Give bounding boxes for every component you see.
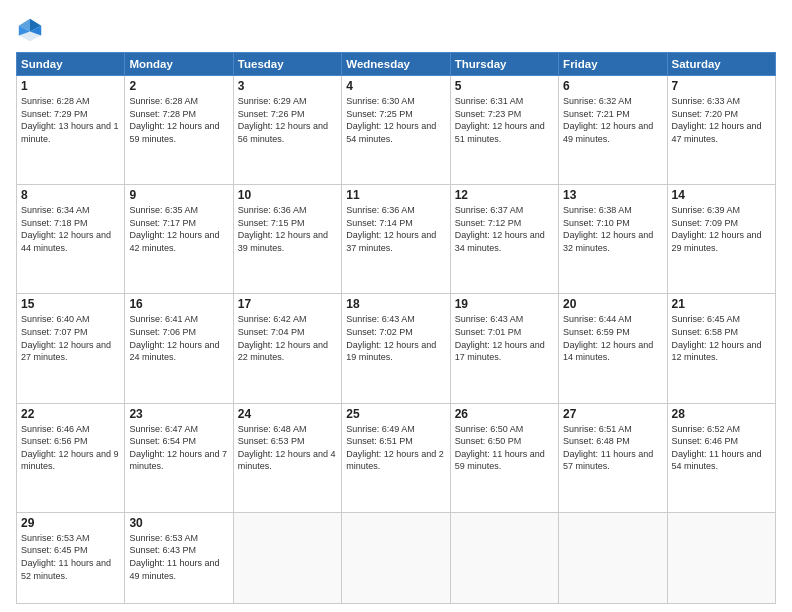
day-cell-21: 21 Sunrise: 6:45 AMSunset: 6:58 PMDaylig… — [667, 294, 775, 403]
day-info: Sunrise: 6:39 AMSunset: 7:09 PMDaylight:… — [672, 205, 762, 253]
day-cell-1: 1 Sunrise: 6:28 AMSunset: 7:29 PMDayligh… — [17, 76, 125, 185]
header-wednesday: Wednesday — [342, 53, 450, 76]
day-cell-3: 3 Sunrise: 6:29 AMSunset: 7:26 PMDayligh… — [233, 76, 341, 185]
day-info: Sunrise: 6:49 AMSunset: 6:51 PMDaylight:… — [346, 424, 444, 472]
empty-cell — [450, 512, 558, 603]
day-number: 19 — [455, 297, 554, 311]
day-cell-13: 13 Sunrise: 6:38 AMSunset: 7:10 PMDaylig… — [559, 185, 667, 294]
day-number: 3 — [238, 79, 337, 93]
day-info: Sunrise: 6:29 AMSunset: 7:26 PMDaylight:… — [238, 96, 328, 144]
day-number: 9 — [129, 188, 228, 202]
calendar-header-row: SundayMondayTuesdayWednesdayThursdayFrid… — [17, 53, 776, 76]
day-number: 23 — [129, 407, 228, 421]
day-number: 7 — [672, 79, 771, 93]
day-cell-28: 28 Sunrise: 6:52 AMSunset: 6:46 PMDaylig… — [667, 403, 775, 512]
empty-cell — [667, 512, 775, 603]
header-monday: Monday — [125, 53, 233, 76]
header-tuesday: Tuesday — [233, 53, 341, 76]
day-number: 17 — [238, 297, 337, 311]
day-cell-7: 7 Sunrise: 6:33 AMSunset: 7:20 PMDayligh… — [667, 76, 775, 185]
day-number: 30 — [129, 516, 228, 530]
day-info: Sunrise: 6:41 AMSunset: 7:06 PMDaylight:… — [129, 314, 219, 362]
day-info: Sunrise: 6:53 AMSunset: 6:43 PMDaylight:… — [129, 533, 219, 581]
day-number: 10 — [238, 188, 337, 202]
day-cell-24: 24 Sunrise: 6:48 AMSunset: 6:53 PMDaylig… — [233, 403, 341, 512]
day-cell-20: 20 Sunrise: 6:44 AMSunset: 6:59 PMDaylig… — [559, 294, 667, 403]
header-friday: Friday — [559, 53, 667, 76]
day-info: Sunrise: 6:40 AMSunset: 7:07 PMDaylight:… — [21, 314, 111, 362]
day-cell-27: 27 Sunrise: 6:51 AMSunset: 6:48 PMDaylig… — [559, 403, 667, 512]
day-info: Sunrise: 6:36 AMSunset: 7:15 PMDaylight:… — [238, 205, 328, 253]
day-info: Sunrise: 6:43 AMSunset: 7:02 PMDaylight:… — [346, 314, 436, 362]
day-number: 26 — [455, 407, 554, 421]
day-cell-2: 2 Sunrise: 6:28 AMSunset: 7:28 PMDayligh… — [125, 76, 233, 185]
day-info: Sunrise: 6:51 AMSunset: 6:48 PMDaylight:… — [563, 424, 653, 472]
day-info: Sunrise: 6:43 AMSunset: 7:01 PMDaylight:… — [455, 314, 545, 362]
day-number: 27 — [563, 407, 662, 421]
header-sunday: Sunday — [17, 53, 125, 76]
week-row-4: 22 Sunrise: 6:46 AMSunset: 6:56 PMDaylig… — [17, 403, 776, 512]
day-number: 16 — [129, 297, 228, 311]
empty-cell — [233, 512, 341, 603]
week-row-2: 8 Sunrise: 6:34 AMSunset: 7:18 PMDayligh… — [17, 185, 776, 294]
header — [16, 12, 776, 44]
day-number: 18 — [346, 297, 445, 311]
day-number: 12 — [455, 188, 554, 202]
day-cell-12: 12 Sunrise: 6:37 AMSunset: 7:12 PMDaylig… — [450, 185, 558, 294]
day-number: 15 — [21, 297, 120, 311]
day-cell-11: 11 Sunrise: 6:36 AMSunset: 7:14 PMDaylig… — [342, 185, 450, 294]
day-number: 28 — [672, 407, 771, 421]
day-number: 21 — [672, 297, 771, 311]
day-info: Sunrise: 6:33 AMSunset: 7:20 PMDaylight:… — [672, 96, 762, 144]
day-info: Sunrise: 6:42 AMSunset: 7:04 PMDaylight:… — [238, 314, 328, 362]
day-cell-18: 18 Sunrise: 6:43 AMSunset: 7:02 PMDaylig… — [342, 294, 450, 403]
day-info: Sunrise: 6:44 AMSunset: 6:59 PMDaylight:… — [563, 314, 653, 362]
week-row-5: 29 Sunrise: 6:53 AMSunset: 6:45 PMDaylig… — [17, 512, 776, 603]
day-info: Sunrise: 6:53 AMSunset: 6:45 PMDaylight:… — [21, 533, 111, 581]
day-number: 25 — [346, 407, 445, 421]
day-cell-29: 29 Sunrise: 6:53 AMSunset: 6:45 PMDaylig… — [17, 512, 125, 603]
day-number: 29 — [21, 516, 120, 530]
day-info: Sunrise: 6:30 AMSunset: 7:25 PMDaylight:… — [346, 96, 436, 144]
day-info: Sunrise: 6:52 AMSunset: 6:46 PMDaylight:… — [672, 424, 762, 472]
day-info: Sunrise: 6:34 AMSunset: 7:18 PMDaylight:… — [21, 205, 111, 253]
day-cell-14: 14 Sunrise: 6:39 AMSunset: 7:09 PMDaylig… — [667, 185, 775, 294]
day-number: 11 — [346, 188, 445, 202]
day-number: 24 — [238, 407, 337, 421]
day-info: Sunrise: 6:45 AMSunset: 6:58 PMDaylight:… — [672, 314, 762, 362]
day-cell-23: 23 Sunrise: 6:47 AMSunset: 6:54 PMDaylig… — [125, 403, 233, 512]
day-cell-5: 5 Sunrise: 6:31 AMSunset: 7:23 PMDayligh… — [450, 76, 558, 185]
header-saturday: Saturday — [667, 53, 775, 76]
logo-icon — [16, 16, 44, 44]
day-info: Sunrise: 6:47 AMSunset: 6:54 PMDaylight:… — [129, 424, 227, 472]
day-number: 8 — [21, 188, 120, 202]
day-number: 4 — [346, 79, 445, 93]
day-info: Sunrise: 6:38 AMSunset: 7:10 PMDaylight:… — [563, 205, 653, 253]
day-cell-8: 8 Sunrise: 6:34 AMSunset: 7:18 PMDayligh… — [17, 185, 125, 294]
empty-cell — [342, 512, 450, 603]
day-number: 14 — [672, 188, 771, 202]
day-number: 5 — [455, 79, 554, 93]
day-cell-30: 30 Sunrise: 6:53 AMSunset: 6:43 PMDaylig… — [125, 512, 233, 603]
day-cell-9: 9 Sunrise: 6:35 AMSunset: 7:17 PMDayligh… — [125, 185, 233, 294]
day-cell-26: 26 Sunrise: 6:50 AMSunset: 6:50 PMDaylig… — [450, 403, 558, 512]
day-cell-25: 25 Sunrise: 6:49 AMSunset: 6:51 PMDaylig… — [342, 403, 450, 512]
day-number: 13 — [563, 188, 662, 202]
day-info: Sunrise: 6:46 AMSunset: 6:56 PMDaylight:… — [21, 424, 119, 472]
day-info: Sunrise: 6:48 AMSunset: 6:53 PMDaylight:… — [238, 424, 336, 472]
day-info: Sunrise: 6:28 AMSunset: 7:28 PMDaylight:… — [129, 96, 219, 144]
calendar: SundayMondayTuesdayWednesdayThursdayFrid… — [16, 52, 776, 604]
day-cell-4: 4 Sunrise: 6:30 AMSunset: 7:25 PMDayligh… — [342, 76, 450, 185]
empty-cell — [559, 512, 667, 603]
day-number: 1 — [21, 79, 120, 93]
day-cell-22: 22 Sunrise: 6:46 AMSunset: 6:56 PMDaylig… — [17, 403, 125, 512]
day-cell-15: 15 Sunrise: 6:40 AMSunset: 7:07 PMDaylig… — [17, 294, 125, 403]
day-number: 20 — [563, 297, 662, 311]
day-info: Sunrise: 6:28 AMSunset: 7:29 PMDaylight:… — [21, 96, 119, 144]
day-cell-6: 6 Sunrise: 6:32 AMSunset: 7:21 PMDayligh… — [559, 76, 667, 185]
week-row-1: 1 Sunrise: 6:28 AMSunset: 7:29 PMDayligh… — [17, 76, 776, 185]
day-number: 6 — [563, 79, 662, 93]
day-number: 2 — [129, 79, 228, 93]
page: SundayMondayTuesdayWednesdayThursdayFrid… — [0, 0, 792, 612]
day-info: Sunrise: 6:36 AMSunset: 7:14 PMDaylight:… — [346, 205, 436, 253]
